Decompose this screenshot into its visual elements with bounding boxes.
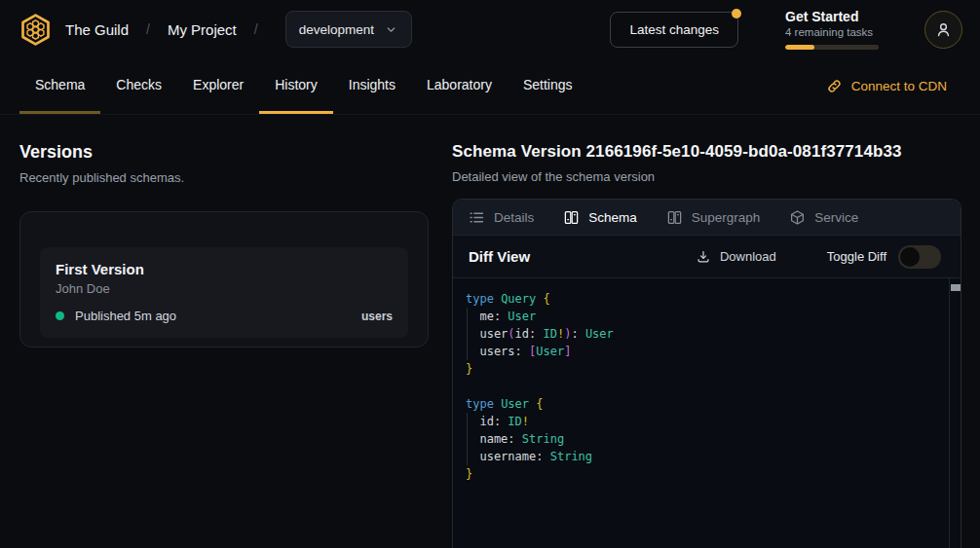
toggle-diff-control: Toggle Diff (827, 245, 941, 269)
tab-schema-label: Schema (588, 210, 637, 225)
code-line: } (466, 360, 941, 378)
hive-logo-icon[interactable] (19, 14, 52, 46)
code-line: name: String (466, 430, 941, 448)
version-author: John Doe (56, 281, 393, 296)
notification-dot (732, 9, 741, 18)
breadcrumb-separator: / (146, 21, 150, 37)
project-breadcrumb[interactable]: My Project (168, 21, 237, 38)
tab-details[interactable]: Details (469, 209, 534, 226)
tab-service[interactable]: Service (789, 209, 858, 226)
code-line: id: ID! (466, 413, 941, 430)
target-selector-value: development (299, 22, 374, 37)
link-icon (826, 78, 843, 94)
columns-icon (666, 209, 683, 226)
toggle-diff-switch[interactable] (898, 245, 941, 269)
nav-tab-insights[interactable]: Insights (333, 58, 411, 114)
code-scrollbar[interactable] (949, 278, 961, 548)
download-button[interactable]: Download (696, 249, 776, 265)
download-label: Download (720, 249, 776, 264)
get-started-title: Get Started (785, 9, 879, 24)
versions-column: Versions Recently published schemas. Fir… (19, 142, 429, 548)
detail-tab-bar: Details Schema (453, 200, 961, 236)
version-name: First Version (56, 261, 393, 277)
tab-details-label: Details (494, 210, 534, 225)
app-header: The Guild / My Project / development Lat… (0, 0, 980, 58)
main-content: Versions Recently published schemas. Fir… (0, 115, 980, 548)
code-line: type User { (466, 395, 941, 413)
user-avatar-button[interactable] (924, 11, 962, 49)
schema-version-subtitle: Detailed view of the schema version (452, 169, 961, 184)
code-line: type Query { (466, 290, 941, 308)
schema-code-viewer[interactable]: type Query { me: User user(id: ID!): Use… (453, 278, 961, 548)
toggle-diff-label: Toggle Diff (827, 249, 886, 264)
nav-tab-checks[interactable]: Checks (100, 58, 177, 114)
code-content: type Query { me: User user(id: ID!): Use… (453, 278, 961, 494)
nav-tab-history[interactable]: History (259, 58, 333, 114)
person-icon (934, 20, 953, 39)
get-started-subtitle: 4 remaining tasks (785, 26, 879, 38)
get-started-widget[interactable]: Get Started 4 remaining tasks (785, 9, 879, 50)
breadcrumb-separator: / (254, 21, 258, 37)
code-line (466, 378, 941, 395)
code-line: } (466, 465, 941, 483)
versions-subtitle: Recently published schemas. (19, 170, 429, 185)
code-line: user(id: ID!): User (466, 325, 941, 343)
columns-icon (563, 209, 580, 226)
published-status-dot (56, 311, 64, 320)
nav-tab-explorer[interactable]: Explorer (177, 58, 259, 114)
cube-icon (789, 209, 806, 226)
connect-to-cdn-link[interactable]: Connect to CDN (826, 58, 947, 114)
tab-supergraph-label: Supergraph (692, 210, 761, 225)
version-service-badge: users (361, 310, 393, 323)
nav-tab-settings[interactable]: Settings (508, 58, 588, 114)
versions-list-card: First Version John Doe Published 5m ago … (19, 211, 429, 347)
latest-changes-button[interactable]: Latest changes (610, 12, 738, 48)
nav-tab-laboratory[interactable]: Laboratory (411, 58, 508, 114)
primary-nav: Schema Checks Explorer History Insights … (0, 58, 980, 115)
connect-to-cdn-label: Connect to CDN (851, 79, 947, 93)
download-icon (696, 249, 711, 265)
diff-view-title: Diff View (469, 248, 530, 265)
version-list-item[interactable]: First Version John Doe Published 5m ago … (40, 247, 408, 338)
version-detail-column: Schema Version 2166196f-5e10-4059-bd0a-0… (452, 142, 961, 548)
latest-changes-label: Latest changes (629, 22, 719, 37)
code-scrollbar-thumb[interactable] (951, 284, 961, 291)
tab-supergraph[interactable]: Supergraph (666, 209, 761, 226)
nav-tab-list: Schema Checks Explorer History Insights … (19, 58, 588, 114)
org-breadcrumb[interactable]: The Guild (65, 21, 129, 38)
version-status: Published 5m ago (75, 309, 176, 323)
tab-schema[interactable]: Schema (563, 209, 637, 226)
schema-version-title: Schema Version 2166196f-5e10-4059-bd0a-0… (452, 142, 961, 162)
diff-view-header: Diff View Download Toggle Diff (453, 236, 961, 278)
tab-service-label: Service (814, 210, 858, 225)
versions-title: Versions (19, 142, 429, 163)
target-selector[interactable]: development (285, 11, 412, 48)
code-line: users: [User] (466, 343, 941, 360)
version-meta-row: Published 5m ago users (56, 309, 393, 323)
get-started-progress-track (785, 45, 879, 50)
list-icon (469, 209, 485, 226)
code-line: me: User (466, 308, 941, 325)
get-started-progress-fill (785, 45, 814, 50)
schema-version-panel: Details Schema (452, 199, 961, 548)
indent-guide (467, 308, 468, 360)
code-line: username: String (466, 448, 941, 465)
chevron-down-icon (384, 22, 398, 37)
toggle-knob (900, 247, 920, 267)
indent-guide (467, 413, 468, 465)
nav-tab-schema[interactable]: Schema (19, 58, 100, 114)
